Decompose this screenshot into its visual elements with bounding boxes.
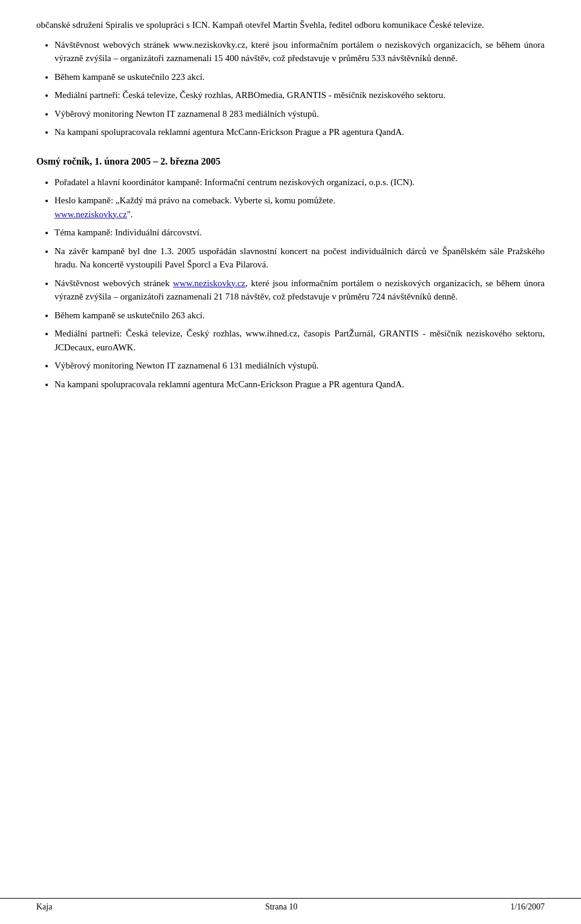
bullet-list-top: Návštěvnost webových stránek www.nezisko… <box>54 38 545 139</box>
list-item: Výběrový monitoring Newton IT zaznamenal… <box>54 107 545 121</box>
bullet-list-section2: Pořadatel a hlavní koordinátor kampaně: … <box>54 175 545 392</box>
list-item: Heslo kampaně: „Každý má právo na comeba… <box>54 194 545 221</box>
list-item: Na závěr kampaně byl dne 1.3. 2005 uspoř… <box>54 244 545 272</box>
intro-paragraph-1: občanské sdružení Spiralis ve spolupráci… <box>36 18 545 32</box>
list-item: Mediální partneři: Česká televize, Český… <box>54 88 545 102</box>
page-content: občanské sdružení Spiralis ve spolupráci… <box>0 0 581 444</box>
list-item: Na kampani spolupracovala reklamní agent… <box>54 378 545 392</box>
footer-center: Strana 10 <box>265 902 297 912</box>
list-item: Téma kampaně: Individuální dárcovství. <box>54 226 545 240</box>
page-footer: Kaja Strana 10 1/16/2007 <box>0 898 581 912</box>
list-item: Pořadatel a hlavní koordinátor kampaně: … <box>54 175 545 189</box>
section-heading-bold: března 2005 <box>170 156 220 166</box>
list-item: Během kampaně se uskutečnilo 263 akcí. <box>54 309 545 323</box>
link-neziskovky-2[interactable]: www.neziskovky.cz <box>173 278 246 288</box>
list-item: Návštěvnost webových stránek www.nezisko… <box>54 38 545 65</box>
footer-left: Kaja <box>36 902 52 912</box>
list-item: Mediální partneři: Česká televize, Český… <box>54 327 545 354</box>
section-heading: Osmý ročník, 1. února 2005 – 2. března 2… <box>36 156 545 167</box>
footer-right: 1/16/2007 <box>510 902 545 912</box>
list-item: Výběrový monitoring Newton IT zaznamenal… <box>54 359 545 373</box>
list-item: Během kampaně se uskutečnilo 223 akcí. <box>54 70 545 84</box>
list-item: Na kampani spolupracovala reklamní agent… <box>54 125 545 139</box>
link-neziskovky-1[interactable]: www.neziskovky.cz <box>54 209 127 219</box>
list-item: Návštěvnost webových stránek www.nezisko… <box>54 277 545 304</box>
